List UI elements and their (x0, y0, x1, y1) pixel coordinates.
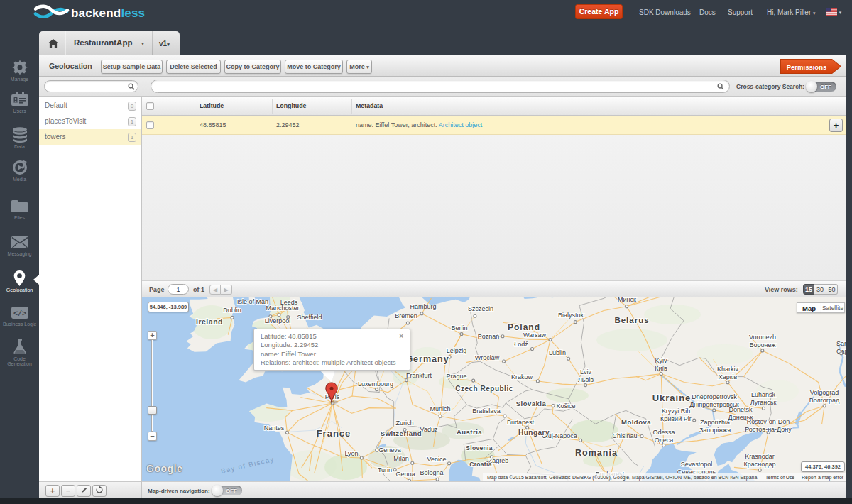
svg-text:Запоріжжя: Запоріжжя (699, 427, 731, 434)
svg-text:Permissions: Permissions (787, 63, 827, 71)
svg-text:Ukraine: Ukraine (652, 393, 692, 403)
svg-text:Bremen: Bremen (395, 312, 417, 319)
svg-text:Луганськ: Луганськ (750, 399, 777, 406)
svg-text:Харків: Харків (719, 373, 738, 380)
svg-text:France: France (317, 428, 351, 439)
svg-text:Prague: Prague (446, 373, 466, 380)
svg-text:Zurich: Zurich (395, 420, 413, 427)
svg-text:Switzerland: Switzerland (381, 429, 422, 437)
svg-text:Munich: Munich (430, 405, 450, 412)
svg-text:Venice: Venice (427, 456, 446, 463)
svg-text:Czech Republic: Czech Republic (455, 385, 513, 393)
svg-text:Genoa: Genoa (395, 471, 415, 478)
svg-text:Milan: Milan (393, 455, 409, 462)
svg-text:Kryvyi Rih: Kryvyi Rih (662, 407, 691, 415)
svg-text:Chisinau: Chisinau (612, 432, 637, 439)
svg-text:Bologna: Bologna (420, 469, 443, 476)
svg-text:Poland: Poland (508, 322, 540, 332)
svg-text:Wrocław: Wrocław (475, 354, 500, 361)
svg-text:Leeds: Leeds (280, 299, 298, 306)
svg-text:Sevastopol: Sevastopol (681, 461, 713, 468)
svg-text:Кривий Ріг: Кривий Ріг (660, 415, 692, 422)
svg-text:Leipzig: Leipzig (447, 347, 467, 354)
svg-text:Liverpool: Liverpool (265, 317, 291, 324)
svg-text:Austria: Austria (457, 428, 482, 436)
svg-text:Ireland: Ireland (196, 317, 223, 326)
svg-text:Budapest: Budapest (507, 419, 535, 426)
svg-text:Slovakia: Slovakia (516, 400, 547, 407)
svg-text:Dublin: Dublin (223, 307, 241, 314)
svg-text:Rostov-on-Don: Rostov-on-Don (747, 418, 790, 425)
svg-text:Košice: Košice (556, 402, 575, 410)
svg-text:Romania: Romania (575, 448, 618, 458)
svg-text:Zaporizhia: Zaporizhia (700, 419, 730, 426)
svg-text:Belarus: Belarus (614, 316, 649, 324)
svg-text:Волгоград: Волгоград (809, 397, 840, 404)
svg-text:Luhansk: Luhansk (751, 391, 776, 398)
svg-text:Krasnodar: Krasnodar (745, 453, 775, 460)
svg-text:Warsaw: Warsaw (523, 332, 547, 339)
svg-text:Bialystok: Bialystok (558, 312, 584, 319)
svg-text:</>: </> (13, 309, 26, 317)
svg-text:Croatia: Croatia (469, 461, 491, 468)
svg-text:Минск: Минск (618, 297, 636, 303)
svg-text:Lviv: Lviv (580, 368, 592, 376)
svg-text:Дніпропетровськ: Дніпропетровськ (689, 401, 739, 408)
svg-text:Kharkiv: Kharkiv (717, 366, 739, 373)
svg-text:Nantes: Nantes (264, 424, 285, 432)
svg-text:Turin: Turin (378, 466, 392, 473)
svg-text:Kyiv: Kyiv (655, 357, 667, 364)
svg-text:Lyon: Lyon (344, 450, 358, 457)
svg-text:Voronezh: Voronezh (749, 334, 776, 341)
svg-text:Germany: Germany (405, 354, 449, 364)
svg-text:Vaduz: Vaduz (420, 426, 438, 433)
svg-text:Одеса: Одеса (655, 437, 674, 444)
svg-text:Slovenia: Slovenia (466, 444, 492, 451)
svg-text:Frankfurt: Frankfurt (406, 372, 432, 379)
svg-text:Ростов-на-Дону: Ростов-на-Дону (745, 426, 792, 433)
svg-text:Sheffield: Sheffield (297, 314, 322, 321)
svg-text:Volgograd: Volgograd (810, 389, 839, 396)
svg-text:Isle of Man: Isle of Man (237, 298, 268, 305)
svg-text:Moldova: Moldova (621, 418, 651, 426)
svg-text:Bratislava: Bratislava (472, 407, 501, 415)
svg-text:Hamburg: Hamburg (410, 303, 436, 310)
svg-text:Szczecin: Szczecin (468, 305, 493, 312)
svg-text:Lublin: Lublin (549, 349, 566, 356)
svg-text:Краснодар: Краснодар (744, 461, 776, 468)
svg-text:Saratov: Saratov (836, 340, 846, 347)
svg-text:Geneva: Geneva (378, 447, 401, 454)
svg-text:Київ: Київ (655, 365, 667, 372)
svg-text:Berlin: Berlin (451, 324, 467, 332)
svg-text:Luxembourg: Luxembourg (358, 380, 393, 388)
svg-text:Łodź: Łodź (514, 341, 528, 348)
svg-text:Dnepropetrovsk: Dnepropetrovsk (692, 393, 737, 400)
svg-text:Львів: Львів (578, 376, 594, 383)
svg-text:Воронеж: Воронеж (750, 341, 776, 349)
svg-text:Poznań: Poznań (478, 333, 500, 340)
svg-text:Odessa: Odessa (652, 429, 674, 436)
svg-text:Hungary: Hungary (518, 429, 550, 437)
svg-text:Krakow: Krakow (511, 373, 533, 380)
